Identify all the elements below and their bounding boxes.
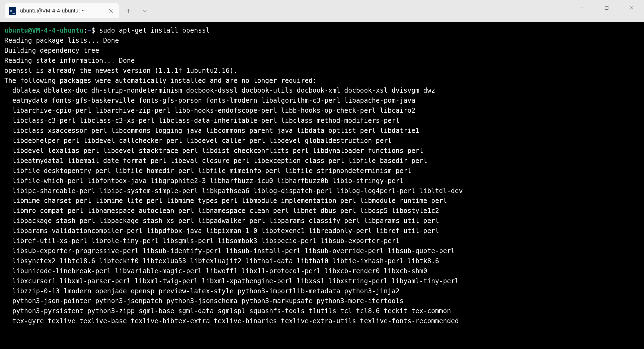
tab-title: ubuntu@VM-4-4-ubuntu: ~: [20, 8, 104, 14]
terminal-icon: >_: [9, 7, 16, 15]
maximize-button[interactable]: [594, 0, 619, 16]
minimize-button[interactable]: [569, 0, 594, 16]
minimize-icon: [579, 5, 584, 10]
titlebar: >_ ubuntu@VM-4-4-ubuntu: ~: [0, 0, 644, 22]
prompt-user: ubuntu: [4, 27, 28, 34]
terminal-output: Reading package lists... Done Building d…: [4, 36, 640, 326]
command-text: sudo apt-get install openssl: [99, 27, 210, 34]
prompt-colon: :: [83, 27, 87, 34]
terminal-content[interactable]: ubuntu@VM-4-4-ubuntu:~$ sudo apt-get ins…: [0, 22, 644, 349]
window-controls: [569, 0, 644, 16]
maximize-icon: [604, 6, 609, 10]
tabs-area: >_ ubuntu@VM-4-4-ubuntu: ~: [0, 0, 151, 18]
plus-icon: [126, 8, 131, 13]
prompt-dollar: $: [91, 27, 95, 34]
close-icon: [109, 9, 113, 13]
tab-close-button[interactable]: [107, 8, 114, 14]
svg-rect-0: [605, 6, 608, 10]
window-close-button[interactable]: [619, 0, 644, 16]
prompt-at: @: [28, 27, 32, 34]
new-tab-button[interactable]: [122, 4, 135, 17]
close-icon: [629, 5, 634, 10]
chevron-down-icon: [142, 8, 147, 13]
terminal-tab[interactable]: >_ ubuntu@VM-4-4-ubuntu: ~: [5, 3, 119, 18]
prompt-host: VM-4-4-ubuntu: [32, 27, 83, 34]
prompt-path: ~: [87, 27, 91, 34]
tab-dropdown-button[interactable]: [138, 4, 151, 17]
